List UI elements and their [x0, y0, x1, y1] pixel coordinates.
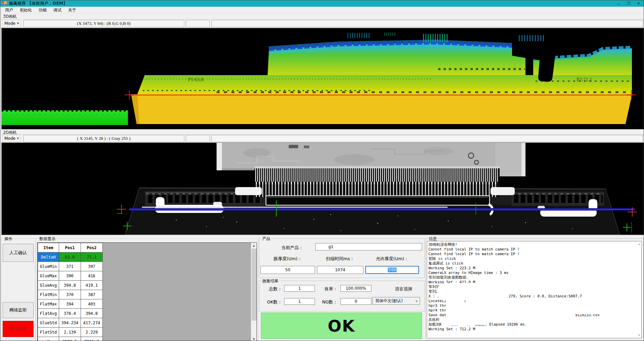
app-icon [2, 1, 7, 6]
row-item: FlatStd [38, 328, 59, 337]
table-row[interactable]: FlatAvg376.4394.8 [38, 309, 103, 318]
p2-height-label: P2:71.1 [577, 77, 592, 82]
row-value: 390 [59, 271, 81, 281]
row-value: 2.229 [81, 328, 103, 337]
p1-height-label: P1:63.8 [188, 77, 203, 82]
row-value: 7966.7 [81, 337, 103, 341]
row-value: 63.8 [59, 252, 81, 262]
results-title: 测量结果 [261, 278, 279, 284]
camera3d-view[interactable]: P1:63.8 P2:71.1 [1, 28, 644, 129]
current-product-label: 当前产品： [271, 245, 303, 251]
scroll-up-icon[interactable]: ▲ [638, 242, 640, 245]
ng-count-label: NG数： [319, 299, 337, 305]
log-line: 等到3D取到灰度图数据。 [428, 275, 640, 280]
allow-thickness-label: 允许厚度(Um)： [365, 256, 419, 262]
camera3d-toolbar: Mode ▼ (X 5473, Y 84) : (R 0,G 0,B 0) [1, 19, 644, 28]
table-row[interactable]: FlatMin370387 [38, 290, 103, 299]
yield-input[interactable]: 100.000% [340, 285, 371, 292]
log-line: 3D相机没有网络! [428, 242, 640, 247]
row-value: 419.1 [81, 281, 103, 290]
mode-button-label: Mode [4, 136, 15, 141]
product-title: 产品 [261, 236, 271, 242]
redaction-patch [470, 318, 490, 325]
yield-label: 良率： [319, 286, 337, 292]
row-value: 394.8 [81, 309, 103, 318]
row-value: 416 [81, 271, 103, 281]
camera3d-toolbar-box [211, 20, 643, 27]
column-header[interactable]: Pos1 [59, 243, 81, 252]
row-value: 71.1 [81, 252, 103, 262]
stop-listen-button[interactable]: 停止监听 [3, 321, 34, 337]
language-select[interactable]: 简体中文(默认) ∨ [372, 297, 420, 305]
chevron-down-icon: ∨ [415, 299, 418, 303]
menu-item-2[interactable]: 功能 [35, 7, 50, 13]
log-line: CameraLV array to HImage time : 3 ms [428, 271, 640, 275]
table-row[interactable]: X2583.57966.7 [38, 337, 103, 341]
table-row[interactable]: FlatMax394403 [38, 299, 103, 309]
minimize-button[interactable]: — [613, 0, 624, 7]
row-value: 376.4 [59, 309, 81, 318]
camera2d-toolbar: Mode ▼ ( X 3145, Y 28 ) : ( Gray 255 ) [1, 134, 644, 143]
log-line: Working Set : 712.2 M [428, 327, 640, 332]
table-row[interactable]: GlueMax390416 [38, 271, 103, 281]
camera3d-toolbar-box [186, 20, 210, 27]
camera2d-mode-button[interactable]: Mode ▼ [2, 135, 21, 142]
film-thickness-input[interactable]: 50 [261, 266, 315, 274]
status-indicator: OK [261, 312, 422, 339]
log-line: Working Set : 223.2 M [428, 266, 640, 271]
maximize-button[interactable]: ❐ [624, 0, 634, 7]
scroll-down-icon[interactable]: ▼ [251, 336, 257, 341]
row-item: DeltaH [38, 252, 59, 262]
row-value: 2583.5 [59, 337, 81, 341]
table-row[interactable]: GlueStd394.234417.274 [38, 318, 103, 328]
camera2d-toolbar-box [211, 135, 643, 142]
row-value: 2.139 [59, 328, 81, 337]
row-item: GlueMax [38, 271, 59, 281]
menu-item-1[interactable]: 初始化 [16, 7, 35, 13]
table-row[interactable]: GlueAvg394.8419.1 [38, 281, 103, 290]
ok-count-input[interactable]: 1 [284, 298, 315, 305]
network-listen-button[interactable]: 网络监听 [3, 302, 34, 318]
scroll-up-icon[interactable]: ▲ [251, 243, 257, 248]
grid-scrollbar-thumb[interactable] [252, 249, 257, 321]
data-display-title: 数据显示 [38, 236, 56, 242]
current-product-input[interactable]: g1 [315, 243, 422, 250]
manual-confirm-button[interactable]: 人工确认 [3, 244, 34, 262]
camera3d-pixel-readout: (X 5473, Y 84) : (R 0,G 0,B 0) [23, 20, 184, 27]
row-value: 394.234 [59, 318, 81, 328]
menu-item-4[interactable]: 关于 [65, 7, 80, 13]
total-count-input[interactable]: 1 [284, 285, 315, 292]
table-row[interactable]: DeltaH63.871.1 [38, 252, 103, 262]
log-line: Cannot find local IP to match camera IP … [428, 252, 640, 257]
menu-item-0[interactable]: 用户 [2, 7, 16, 13]
window-title: 测高程序 【当前用户：OEM】 [9, 1, 67, 6]
row-item: GlueStd [38, 318, 59, 328]
menu-bar: 用户初始化功能调试关于 [0, 7, 644, 13]
grid-scrollbar[interactable]: ▲ ▼ [251, 243, 257, 341]
column-header[interactable]: Item [38, 243, 59, 252]
close-button[interactable]: ✕ [634, 0, 644, 7]
redaction-patch [465, 287, 509, 306]
table-row[interactable]: FlatStd2.1392.229 [38, 328, 103, 337]
height-map-image: P1:63.8 P2:71.1 [2, 28, 644, 129]
row-value: 417.274 [81, 318, 103, 328]
title-bar: 测高程序 【当前用户：OEM】 — ❐ ✕ [0, 0, 644, 7]
column-header[interactable]: Pos2 [81, 243, 103, 252]
chevron-down-icon: ▼ [17, 137, 19, 140]
scroll-down-icon[interactable]: ▼ [638, 334, 640, 337]
log-line: 登陆 is click [428, 257, 640, 261]
row-item: GlueMin [38, 262, 59, 271]
camera2d-view[interactable] [1, 143, 644, 235]
allow-thickness-input[interactable]: 500 [365, 266, 419, 274]
menu-item-3[interactable]: 调试 [50, 7, 65, 13]
scan-time-input[interactable]: 1074 [317, 266, 363, 274]
chevron-down-icon: ▼ [17, 22, 19, 25]
ng-count-input[interactable]: 0 [340, 298, 371, 305]
data-grid[interactable]: ItemPos1Pos2 DeltaH63.871.1GlueMin371397… [37, 242, 257, 341]
table-row[interactable]: GlueMin371397 [38, 262, 103, 271]
ok-count-label: OK数： [261, 299, 282, 305]
camera3d-mode-button[interactable]: Mode ▼ [2, 20, 21, 27]
film-thickness-label: 膜厚度(Um)： [261, 256, 315, 262]
camera3d-label: 3D相机 [3, 14, 17, 19]
row-value: 397 [81, 262, 103, 271]
